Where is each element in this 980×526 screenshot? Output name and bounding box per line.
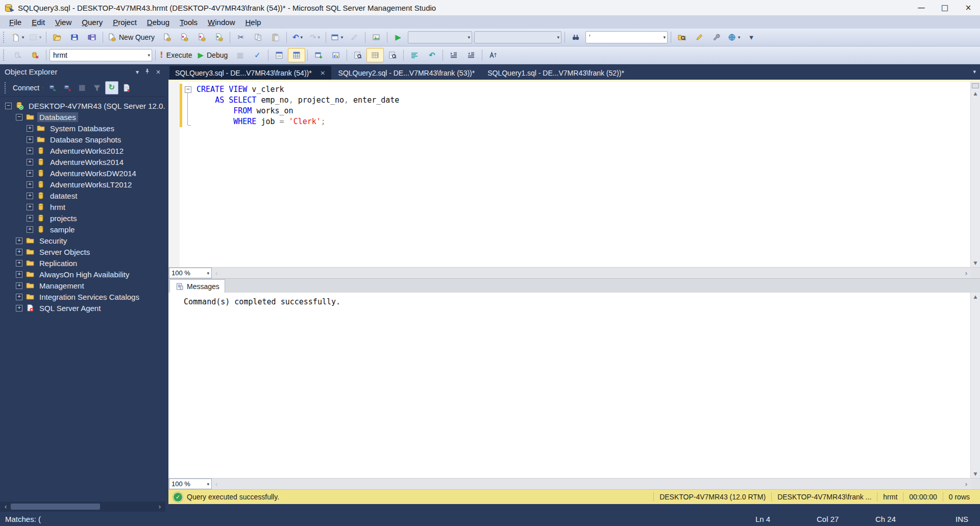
scroll-right-icon[interactable]: › xyxy=(962,480,971,488)
connect-menu-button[interactable]: Connect▾ xyxy=(12,81,44,94)
new-query-button[interactable]: New Query xyxy=(105,30,158,44)
expand-icon[interactable]: + xyxy=(27,204,33,210)
expand-icon[interactable]: + xyxy=(27,181,33,188)
save-all-button[interactable] xyxy=(83,30,101,44)
cut-button[interactable]: ✂ xyxy=(232,30,250,44)
expand-icon[interactable]: + xyxy=(27,215,33,222)
document-tab-1[interactable]: SQLQuery3.sql - DE...V7MR43\frank (54))*… xyxy=(169,66,331,80)
analysis-mdx-query-button[interactable] xyxy=(176,30,193,44)
menu-help[interactable]: Help xyxy=(240,16,266,28)
pen-input-button[interactable] xyxy=(691,30,708,44)
pin-icon[interactable] xyxy=(144,68,151,76)
available-databases-combo[interactable]: hrmt▾ xyxy=(50,49,152,61)
expand-icon[interactable]: + xyxy=(16,282,22,289)
redo-button[interactable]: ↷▾ xyxy=(306,30,324,44)
maximize-button[interactable]: □ xyxy=(933,0,957,15)
results-to-grid-button[interactable] xyxy=(288,48,305,62)
tree-item-databases[interactable]: −Databases xyxy=(0,111,165,123)
activity-monitor-button[interactable] xyxy=(368,30,385,44)
close-button[interactable]: × xyxy=(957,0,980,15)
tree-item-management[interactable]: +Management xyxy=(0,280,165,291)
scroll-up-icon[interactable]: ▲ xyxy=(974,294,977,299)
chevron-down-icon[interactable]: ▾ xyxy=(148,53,150,58)
menu-file[interactable]: File xyxy=(4,16,27,28)
stop-button[interactable]: ■ xyxy=(231,48,249,62)
find-in-files-button[interactable] xyxy=(673,30,691,44)
expand-icon[interactable]: + xyxy=(27,148,33,154)
tree-item-desktop-4v7mr43-sql-server-12-0-256[interactable]: −DESKTOP-4V7MR43 (SQL Server 12.0.256 xyxy=(0,100,165,111)
filter-button[interactable] xyxy=(90,81,104,94)
scrollbar-thumb[interactable] xyxy=(11,504,100,510)
database-engine-query-button[interactable] xyxy=(158,30,176,44)
outdent-button[interactable] xyxy=(462,48,480,62)
debug-button[interactable]: ▶Debug xyxy=(195,48,231,62)
refresh-button[interactable]: ↻ xyxy=(105,81,118,94)
menu-debug[interactable]: Debug xyxy=(142,16,175,28)
messages-zoom-combo[interactable]: 100 % ▾ xyxy=(169,479,212,489)
tab-list-dropdown-icon[interactable]: ▾ xyxy=(973,68,976,75)
panel-menu-icon[interactable]: ▾ xyxy=(136,68,139,76)
tab-messages[interactable]: Messages xyxy=(169,279,225,293)
expand-icon[interactable]: + xyxy=(16,271,22,278)
tree-item-sample[interactable]: +sample xyxy=(0,224,165,235)
toolbar-grip[interactable] xyxy=(3,50,6,61)
scroll-down-icon[interactable]: ▼ xyxy=(974,471,977,476)
find-button[interactable] xyxy=(567,30,584,44)
tools-button[interactable] xyxy=(708,30,725,44)
uncomment-button[interactable]: ↶ xyxy=(423,48,440,62)
stop-object-button[interactable]: ■ xyxy=(76,81,89,94)
client-statistics-button[interactable] xyxy=(327,48,345,62)
deployment-combo[interactable]: ▾ xyxy=(408,31,472,43)
navigate-button[interactable]: ▾ xyxy=(328,30,346,44)
estimated-plan-button[interactable] xyxy=(349,48,366,62)
expand-icon[interactable]: + xyxy=(27,193,33,199)
tree-item-security[interactable]: +Security xyxy=(0,235,165,246)
document-tab-2[interactable]: SQLQuery2.sql - DE...V7MR43\frank (53))* xyxy=(333,66,481,80)
menu-project[interactable]: Project xyxy=(108,16,142,28)
fold-collapse-icon[interactable]: − xyxy=(185,86,191,93)
results-to-text-button[interactable] xyxy=(271,48,288,62)
tree-item-sql-server-agent[interactable]: +SQL Server Agent xyxy=(0,302,165,314)
change-connection-button[interactable] xyxy=(27,48,44,62)
panel-close-icon[interactable]: × xyxy=(156,68,161,76)
add-item-button[interactable]: ▾ xyxy=(27,30,44,44)
save-button[interactable] xyxy=(66,30,83,44)
tree-item-adventureworks2014[interactable]: +AdventureWorks2014 xyxy=(0,156,165,168)
chevron-down-icon[interactable]: ▾ xyxy=(557,35,560,40)
toolbar-overflow-button[interactable]: ▾ xyxy=(743,30,760,44)
toolbar-grip[interactable] xyxy=(5,82,8,93)
new-project-button[interactable]: ▾ xyxy=(9,30,27,44)
menu-tools[interactable]: Tools xyxy=(175,16,203,28)
object-explorer-hscrollbar[interactable]: ‹ › xyxy=(0,501,165,512)
tree-item-integration-services-catalogs[interactable]: +Integration Services Catalogs xyxy=(0,291,165,302)
live-query-statistics-button[interactable] xyxy=(384,48,401,62)
execute-button[interactable]: !Execute xyxy=(158,48,195,62)
tree-item-adventureworkslt2012[interactable]: +AdventureWorksLT2012 xyxy=(0,179,165,190)
menu-edit[interactable]: Edit xyxy=(27,16,50,28)
menu-window[interactable]: Window xyxy=(203,16,240,28)
tree-item-adventureworksdw2014[interactable]: +AdventureWorksDW2014 xyxy=(0,168,165,179)
tab-close-icon[interactable]: × xyxy=(320,69,326,77)
document-tab-3[interactable]: SQLQuery1.sql - DE...V7MR43\frank (52))* xyxy=(482,66,630,80)
tree-item-alwayson-high-availability[interactable]: +AlwaysOn High Availability xyxy=(0,269,165,280)
sql-editor[interactable]: − CREATE VIEW v_clerk AS SELECT emp_no, … xyxy=(168,82,970,267)
copy-button[interactable] xyxy=(250,30,267,44)
menu-view[interactable]: View xyxy=(50,16,77,28)
editor-vscrollbar[interactable]: ▲ ▼ xyxy=(970,82,980,267)
chevron-down-icon[interactable]: ▾ xyxy=(664,35,666,40)
connect-database-button[interactable] xyxy=(9,48,27,62)
messages-vscrollbar[interactable]: ▲ ▼ xyxy=(970,293,980,478)
expand-icon[interactable]: + xyxy=(27,226,33,233)
script-button[interactable] xyxy=(120,81,133,94)
collapse-icon[interactable]: − xyxy=(16,114,22,121)
tree-item-database-snapshots[interactable]: +Database Snapshots xyxy=(0,134,165,145)
scroll-down-icon[interactable]: ▼ xyxy=(974,260,977,266)
collapse-icon[interactable]: − xyxy=(5,103,12,109)
tree-item-system-databases[interactable]: +System Databases xyxy=(0,123,165,134)
messages-text[interactable]: Command(s) completed successfully. xyxy=(168,293,970,478)
scroll-left-icon[interactable]: ‹ xyxy=(2,503,10,511)
expand-icon[interactable]: + xyxy=(16,237,22,244)
tree-item-replication[interactable]: +Replication xyxy=(0,257,165,269)
find-combo[interactable]: '▾ xyxy=(585,31,668,43)
expand-icon[interactable]: + xyxy=(27,170,33,177)
